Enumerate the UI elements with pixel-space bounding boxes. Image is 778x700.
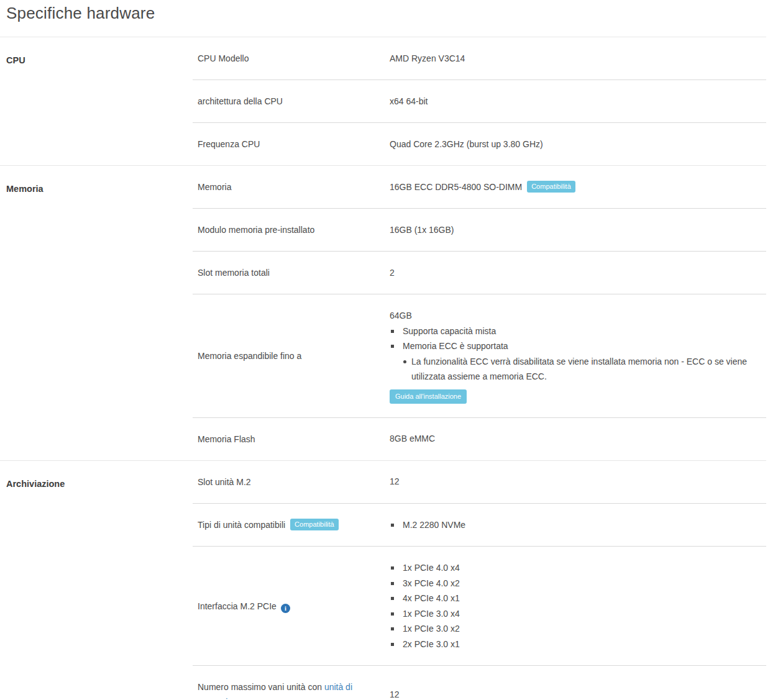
- list-item: 4x PCIe 4.0 x1: [390, 591, 766, 606]
- table-row: Tipi di unità compatibiliCompatibilità M…: [193, 503, 766, 547]
- spec-label-max-drive-bays: Numero massimo vani unità con unità di e…: [193, 680, 390, 700]
- spec-label-m2-pcie-interface: Interfaccia M.2 PCIei: [193, 599, 390, 614]
- memory-value-text: 16GB ECC DDR5-4800 SO-DIMM: [390, 182, 522, 192]
- spec-label-compatible-drive-types: Tipi di unità compatibiliCompatibilità: [193, 517, 390, 532]
- expandable-memory-max: 64GB: [390, 308, 766, 324]
- section-cpu: CPU CPU Modello AMD Ryzen V3C14 architet…: [0, 37, 766, 165]
- compatibility-badge[interactable]: Compatibilità: [290, 519, 339, 530]
- spec-value-preinstalled-module: 16GB (1x 16GB): [390, 224, 766, 237]
- section-title-cpu: CPU: [0, 37, 193, 165]
- section-title-storage: Archiviazione: [0, 461, 193, 700]
- spec-value-max-drive-bays: 12: [390, 688, 766, 700]
- spec-value-memory: 16GB ECC DDR5-4800 SO-DIMMCompatibilità: [390, 181, 766, 194]
- list-item: 3x PCIe 4.0 x2: [390, 576, 766, 591]
- expandable-memory-sub-bullets: La funzionalità ECC verrà disabilitata s…: [390, 354, 766, 384]
- page-title: Specifiche hardware: [0, 0, 766, 37]
- list-item: 2x PCIe 3.0 x1: [390, 637, 766, 652]
- list-item: Memoria ECC è supportata: [390, 339, 766, 354]
- spec-label-flash-memory: Memoria Flash: [193, 432, 390, 447]
- list-item: M.2 2280 NVMe: [390, 517, 766, 533]
- list-item: 1x PCIe 3.0 x4: [390, 606, 766, 622]
- spec-value-flash-memory: 8GB eMMC: [390, 432, 766, 445]
- spec-label-cpu-architecture: architettura della CPU: [193, 94, 390, 109]
- spec-value-m2-pcie-interface: 1x PCIe 4.0 x4 3x PCIe 4.0 x2 4x PCIe 4.…: [390, 560, 766, 652]
- expandable-memory-bullets: Supporta capacità mista Memoria ECC è su…: [390, 324, 766, 354]
- compatibility-badge[interactable]: Compatibilità: [527, 181, 575, 193]
- spec-label-memory: Memoria: [193, 180, 390, 194]
- max-drive-bays-text: Numero massimo vani unità con: [198, 682, 324, 692]
- section-memory: Memoria Memoria 16GB ECC DDR5-4800 SO-DI…: [0, 165, 766, 460]
- compatible-drive-types-text: Tipi di unità compatibili: [198, 520, 285, 530]
- m2-pcie-interface-list: 1x PCIe 4.0 x4 3x PCIe 4.0 x2 4x PCIe 4.…: [390, 560, 766, 652]
- spec-label-cpu-frequency: Frequenza CPU: [193, 137, 390, 152]
- section-cpu-rows: CPU Modello AMD Ryzen V3C14 architettura…: [193, 37, 766, 165]
- spec-label-preinstalled-module: Modulo memoria pre-installato: [193, 222, 390, 237]
- section-storage-rows: Slot unità M.2 12 Tipi di unità compatib…: [193, 461, 766, 700]
- table-row: Interfaccia M.2 PCIei 1x PCIe 4.0 x4 3x …: [193, 546, 766, 665]
- list-item: Supporta capacità mista: [390, 324, 766, 339]
- table-row: Frequenza CPU Quad Core 2.3GHz (burst up…: [193, 122, 766, 165]
- section-title-memory: Memoria: [0, 166, 193, 460]
- installation-guide-button[interactable]: Guida all'installazione: [390, 389, 467, 404]
- info-icon[interactable]: i: [281, 604, 290, 613]
- table-row: Memoria Flash 8GB eMMC: [193, 417, 766, 460]
- spec-value-m2-slots: 12: [390, 475, 766, 488]
- table-row: Slot memoria totali 2: [193, 251, 766, 294]
- spec-value-cpu-architecture: x64 64-bit: [390, 95, 766, 108]
- table-row: Memoria 16GB ECC DDR5-4800 SO-DIMMCompat…: [193, 166, 766, 208]
- spec-value-compatible-drive-types: M.2 2280 NVMe: [390, 517, 766, 533]
- spec-label-cpu-model: CPU Modello: [193, 51, 390, 66]
- table-row: Modulo memoria pre-installato 16GB (1x 1…: [193, 208, 766, 251]
- spec-value-expandable-memory: 64GB Supporta capacità mista Memoria ECC…: [390, 308, 766, 404]
- compatible-drive-types-list: M.2 2280 NVMe: [390, 517, 766, 533]
- spec-value-cpu-frequency: Quad Core 2.3GHz (burst up 3.80 GHz): [390, 138, 766, 151]
- list-item: 1x PCIe 3.0 x2: [390, 621, 766, 637]
- section-memory-rows: Memoria 16GB ECC DDR5-4800 SO-DIMMCompat…: [193, 166, 766, 460]
- list-item: 1x PCIe 4.0 x4: [390, 560, 766, 576]
- spec-label-m2-slots: Slot unità M.2: [193, 475, 390, 489]
- list-item: La funzionalità ECC verrà disabilitata s…: [390, 354, 750, 384]
- table-row: Memoria espandibile fino a 64GB Supporta…: [193, 294, 766, 417]
- spec-value-cpu-model: AMD Ryzen V3C14: [390, 52, 766, 65]
- spec-label-expandable-memory: Memoria espandibile fino a: [193, 348, 390, 363]
- table-row: CPU Modello AMD Ryzen V3C14: [193, 37, 766, 80]
- m2-pcie-interface-text: Interfaccia M.2 PCIe: [198, 601, 277, 611]
- table-row: architettura della CPU x64 64-bit: [193, 80, 766, 122]
- spec-value-memory-slots: 2: [390, 266, 766, 280]
- table-row: Slot unità M.2 12: [193, 461, 766, 503]
- section-storage: Archiviazione Slot unità M.2 12 Tipi di …: [0, 460, 766, 700]
- table-row: Numero massimo vani unità con unità di e…: [193, 665, 766, 700]
- hardware-specs-page: Specifiche hardware CPU CPU Modello AMD …: [0, 0, 778, 700]
- spec-label-memory-slots: Slot memoria totali: [193, 265, 390, 280]
